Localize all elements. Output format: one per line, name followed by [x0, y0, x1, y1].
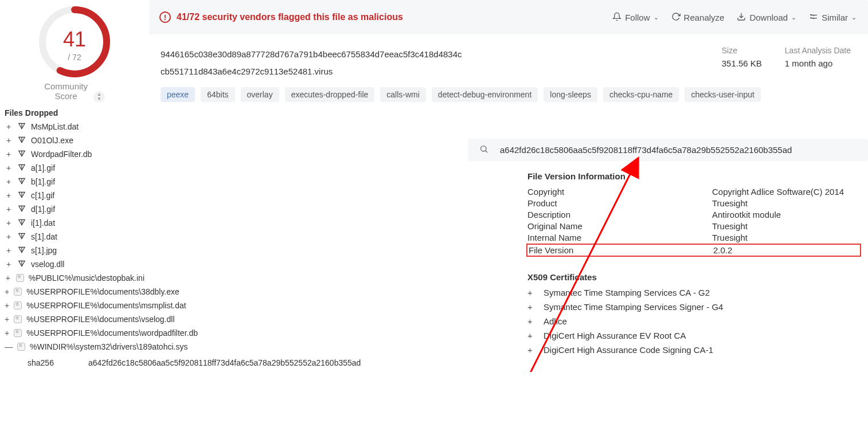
fvi-key: Original Name	[527, 221, 712, 231]
warning-icon: !	[159, 11, 171, 23]
expand-toggle[interactable]: +	[5, 232, 13, 241]
file-dropped-row[interactable]: +%USERPROFILE%\documents\msmplist.dat	[0, 299, 149, 312]
community-vote-buttons[interactable]: ▲▼	[93, 91, 105, 103]
expand-toggle[interactable]: +	[5, 136, 13, 145]
file-dropped-row[interactable]: +b[1].gif	[0, 175, 149, 189]
tag-calls-wmi[interactable]: calls-wmi	[380, 87, 426, 102]
size-value: 351.56 KB	[722, 58, 762, 68]
expand-toggle[interactable]: +	[5, 191, 13, 200]
vt-icon	[17, 246, 26, 255]
expand-toggle[interactable]: +	[5, 205, 13, 214]
expand-toggle[interactable]: +	[5, 301, 9, 310]
search-bar[interactable]: a642fd26c18c5806aa5c5f9208118ff73d4fa6c5…	[468, 139, 868, 161]
tag-checks-cpu-name[interactable]: checks-cpu-name	[603, 87, 679, 102]
file-dropped-row[interactable]: +i[1].dat	[0, 216, 149, 230]
expand-toggle[interactable]: +	[5, 218, 13, 228]
certificate-name: Symantec Time Stamping Services Signer -…	[544, 302, 723, 312]
tag-64bits[interactable]: 64bits	[201, 87, 234, 102]
tags-row: peexe64bitsoverlayexecutes-dropped-filec…	[149, 85, 868, 110]
expand-toggle[interactable]: +	[5, 287, 9, 296]
download-button[interactable]: Download ⌄	[737, 12, 796, 23]
download-icon	[737, 12, 746, 23]
certificate-row[interactable]: +DigiCert High Assurance EV Root CA	[527, 331, 860, 340]
fvi-row: CopyrightCopyright Adlice Software(C) 20…	[527, 187, 860, 197]
file-name: MsMpList.dat	[31, 122, 79, 131]
fvi-row: Internal NameTruesight	[527, 233, 860, 242]
tag-checks-user-input[interactable]: checks-user-input	[685, 87, 761, 102]
file-dropped-row[interactable]: —%WINDIR%\system32\drivers\189atohci.sys	[0, 340, 149, 354]
follow-button[interactable]: Follow ⌄	[612, 12, 658, 23]
file-name: s[1].dat	[31, 232, 57, 241]
archive-icon	[14, 328, 22, 338]
sha256-row: sha256 a642fd26c18c5806aa5c5f9208118ff73…	[0, 354, 149, 372]
certificate-row[interactable]: +Adlice	[527, 316, 860, 326]
file-name: s[1].jpg	[31, 246, 57, 255]
file-dropped-row[interactable]: +%USERPROFILE%\documents\vselog.dll	[0, 312, 149, 326]
expand-toggle[interactable]: +	[527, 288, 535, 297]
certificate-name: Adlice	[544, 316, 567, 326]
expand-toggle[interactable]: +	[5, 177, 13, 186]
file-dropped-row[interactable]: +%PUBLIC%\music\destopbak.ini	[0, 271, 149, 285]
tag-peexe[interactable]: peexe	[161, 87, 195, 102]
fvi-key: Copyright	[527, 187, 712, 197]
file-dropped-row[interactable]: +WordpadFilter.db	[0, 147, 149, 161]
fvi-key: File Version	[529, 245, 713, 255]
refresh-icon	[671, 12, 681, 23]
files-dropped-heading: Files Dropped	[0, 105, 149, 120]
bell-icon	[612, 12, 621, 23]
expand-toggle[interactable]: +	[5, 163, 13, 173]
file-sha256: 9446165c038e30d89a877728d767a791b4beec67…	[161, 46, 462, 63]
similar-button[interactable]: Similar ⌄	[809, 12, 857, 23]
certificate-row[interactable]: +DigiCert High Assurance Code Signing CA…	[527, 345, 860, 355]
chevron-down-icon: ⌄	[851, 14, 857, 21]
fvi-value: Truesight	[712, 233, 748, 242]
file-dropped-row[interactable]: +s[1].jpg	[0, 244, 149, 257]
vt-icon	[17, 232, 26, 241]
expand-toggle[interactable]: +	[527, 302, 535, 312]
tag-long-sleeps[interactable]: long-sleeps	[544, 87, 597, 102]
expand-toggle[interactable]: +	[5, 150, 13, 159]
file-dropped-row[interactable]: +d[1].gif	[0, 202, 149, 216]
expand-toggle[interactable]: +	[5, 260, 13, 269]
tag-overlay[interactable]: overlay	[241, 87, 279, 102]
expand-toggle[interactable]: —	[5, 342, 13, 351]
file-dropped-row[interactable]: +a[1].gif	[0, 161, 149, 175]
file-dropped-row[interactable]: +%USERPROFILE%\documents\38dbly.exe	[0, 285, 149, 299]
detection-count: 41	[37, 28, 112, 52]
expand-toggle[interactable]: +	[5, 273, 11, 283]
reanalyze-button[interactable]: Reanalyze	[671, 12, 725, 23]
expand-toggle[interactable]: +	[5, 315, 9, 324]
vt-icon	[17, 218, 26, 228]
expand-toggle[interactable]: +	[5, 122, 13, 131]
vt-icon	[17, 163, 26, 173]
file-name: a[1].gif	[31, 163, 55, 173]
file-dropped-row[interactable]: +MsMpList.dat	[0, 120, 149, 134]
certificate-row[interactable]: +Symantec Time Stamping Services Signer …	[527, 302, 860, 312]
file-name: cb551711d843a6e4c2972c9113e52481.virus	[161, 63, 462, 80]
file-dropped-row[interactable]: +s[1].dat	[0, 230, 149, 244]
file-name: c[1].gif	[31, 191, 54, 200]
detection-total: / 72	[37, 53, 112, 62]
expand-toggle[interactable]: +	[527, 345, 535, 355]
expand-toggle[interactable]: +	[527, 331, 535, 340]
chevron-down-icon: ⌄	[654, 14, 659, 21]
archive-icon	[14, 301, 22, 310]
fvi-value: Truesight	[712, 198, 748, 208]
file-dropped-row[interactable]: +vselog.dll	[0, 257, 149, 271]
archive-icon	[14, 287, 22, 296]
certificate-name: Symantec Time Stamping Services CA - G2	[544, 288, 710, 297]
archive-icon	[14, 315, 22, 324]
expand-toggle[interactable]: +	[5, 328, 9, 338]
vt-icon	[17, 177, 26, 186]
tag-executes-dropped-file[interactable]: executes-dropped-file	[285, 87, 375, 102]
vt-icon	[17, 205, 26, 214]
expand-toggle[interactable]: +	[5, 246, 13, 255]
header-bar: ! 41/72 security vendors flagged this fi…	[149, 0, 868, 34]
expand-toggle[interactable]: +	[527, 316, 535, 326]
file-dropped-row[interactable]: +c[1].gif	[0, 189, 149, 202]
file-dropped-row[interactable]: +O01OlJ.exe	[0, 134, 149, 147]
certificate-row[interactable]: +Symantec Time Stamping Services CA - G2	[527, 288, 860, 297]
archive-icon	[17, 342, 25, 351]
tag-detect-debug-environment[interactable]: detect-debug-environment	[432, 87, 538, 102]
file-dropped-row[interactable]: +%USERPROFILE%\documents\wordpadfilter.d…	[0, 326, 149, 340]
